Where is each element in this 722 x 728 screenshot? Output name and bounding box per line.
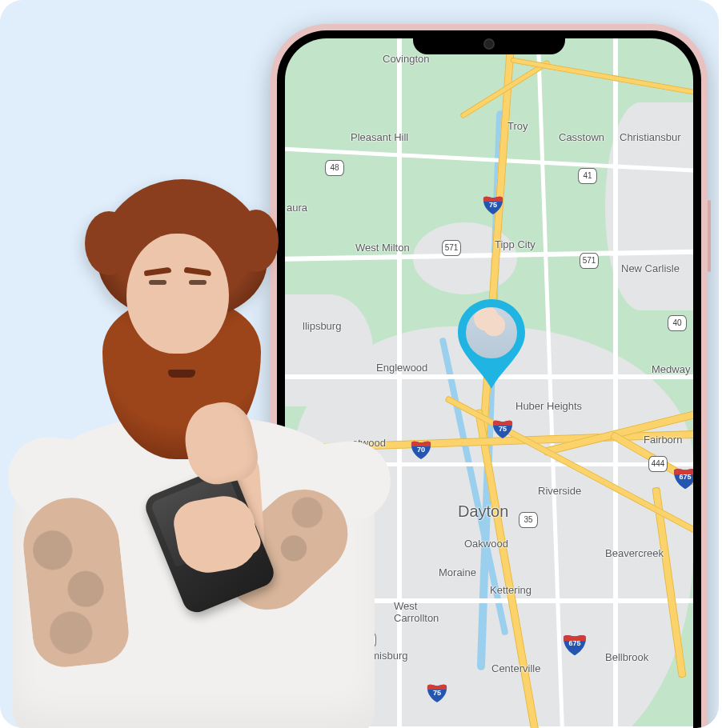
map-label-covington: Covington [383, 53, 430, 65]
map-label-pleasant-hill: Pleasant Hill [351, 131, 408, 143]
map-label-centerville: Centerville [491, 662, 540, 674]
route-badge-48: 48 [325, 160, 344, 176]
person-forearm [218, 450, 267, 580]
person-face [126, 234, 229, 354]
person-hand [178, 397, 263, 490]
interstate-shield-icon: 75 [426, 683, 448, 702]
route-badge-444: 444 [648, 456, 668, 472]
phone-bezel: Covington Pleasant Hill Troy Casstown Ch… [277, 30, 701, 728]
map-label-riverside: Riverside [538, 485, 581, 497]
interstate-shield-icon: 675 [562, 634, 588, 653]
map-label-fairborn: Fairborn [644, 434, 682, 446]
phone-side-button [708, 200, 711, 272]
map-label-tipp-city: Tipp City [495, 238, 535, 250]
interstate-label: 675 [679, 473, 691, 481]
route-badge-571b: 571 [580, 253, 599, 269]
person-sleeve [4, 433, 116, 523]
person-beard [102, 299, 261, 459]
map[interactable]: Covington Pleasant Hill Troy Casstown Ch… [285, 38, 693, 728]
map-label-laura: aura [287, 202, 307, 214]
interstate-shield-icon: 675 [672, 467, 693, 486]
avatar [463, 304, 520, 362]
phone-screen: Covington Pleasant Hill Troy Casstown Ch… [285, 38, 693, 728]
interstate-label: 75 [489, 201, 497, 209]
map-label-trotwood: otwood [352, 437, 386, 449]
map-label-new-carlisle: New Carlisle [621, 262, 680, 274]
map-label-dayton: Dayton [458, 502, 508, 521]
interstate-shield-icon: 75 [491, 419, 514, 438]
map-label-west-milton: West Milton [355, 242, 410, 254]
map-label-casstown: Casstown [559, 131, 604, 143]
route-badge-41: 41 [578, 168, 597, 184]
route-badge-725: 725 [357, 632, 376, 648]
map-label-medway: Medway [652, 363, 690, 375]
interstate-shield-icon: 70 [410, 440, 432, 459]
phone-notch-icon [413, 30, 565, 54]
person-hair [98, 179, 267, 320]
map-label-huber-heights: Huber Heights [515, 400, 582, 412]
person-hand [170, 491, 262, 578]
phone-mockup: Covington Pleasant Hill Troy Casstown Ch… [271, 24, 708, 728]
map-road [333, 462, 693, 466]
map-label-englewood: Englewood [376, 362, 427, 374]
map-road [613, 38, 618, 728]
interstate-label: 70 [417, 446, 425, 454]
map-label-oakwood: Oakwood [464, 538, 508, 550]
map-label-beavercreek: Beavercreek [605, 547, 664, 559]
person-thumb [221, 497, 264, 558]
map-label-christiansburg: Christiansbur [620, 131, 681, 143]
map-urban-area [285, 294, 373, 406]
map-label-kettering: Kettering [490, 584, 531, 596]
route-badge-35: 35 [519, 512, 538, 528]
route-badge-571a: 571 [442, 240, 461, 256]
map-road [285, 598, 693, 603]
hero-card: Covington Pleasant Hill Troy Casstown Ch… [0, 0, 719, 728]
map-label-miamisburg: amisburg [365, 650, 407, 662]
person-forearm [18, 493, 131, 670]
map-label-troy: Troy [507, 120, 528, 132]
route-badge-40: 40 [668, 315, 687, 331]
map-label-phillipsburg: llipsburg [303, 320, 341, 332]
interstate-label: 75 [433, 689, 441, 697]
map-label-west-carrollton: West Carrollton [394, 600, 439, 624]
map-label-moraine: Moraine [439, 566, 476, 578]
interstate-shield-icon: 75 [482, 195, 504, 214]
handheld-phone-icon [142, 463, 278, 616]
interstate-label: 675 [568, 639, 580, 647]
map-label-bellbrook: Bellbrook [605, 651, 648, 663]
location-pin[interactable] [458, 299, 525, 389]
interstate-label: 75 [499, 425, 507, 433]
